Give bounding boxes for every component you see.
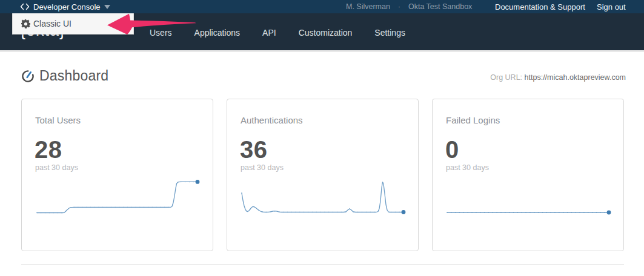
nav-menu: Users Applications API Customization Set… [150,13,405,50]
nav-item-applications[interactable]: Applications [194,28,241,38]
dashboard-cards: Total Users 28 past 30 days Authenticati… [21,99,624,251]
authentications-sparkline [227,99,419,252]
org-name: Okta Test Sandbox [408,2,472,11]
page-heading: Dashboard [21,68,108,84]
failed-logins-sparkline [433,99,625,252]
nav-item-users[interactable]: Users [150,28,172,38]
documentation-support-link[interactable]: Documentation & Support [495,0,585,13]
nav-bottom-strip [0,50,644,52]
bottom-divider [21,264,624,265]
org-url-label: Org URL: [490,73,522,82]
nav-item-api[interactable]: API [262,28,276,38]
code-icon [20,3,30,10]
user-info: M. Silverman · Okta Test Sandbox [346,0,472,13]
user-name: M. Silverman [346,2,390,11]
card-failed-logins: Failed Logins 0 past 30 days [432,99,624,251]
org-url: Org URL: https://micah.oktapreview.com [490,73,626,82]
console-dropdown-menu: Classic UI [12,13,134,34]
separator-dot: · [398,2,400,11]
nav-item-settings[interactable]: Settings [374,28,405,38]
org-url-value: https://micah.oktapreview.com [525,73,626,82]
dashboard-gauge-icon [21,70,35,83]
gear-icon [21,19,30,28]
card-authentications: Authentications 36 past 30 days [227,99,419,251]
top-bar: Developer Console M. Silverman · Okta Te… [0,0,644,13]
console-switcher-label: Developer Console [33,2,101,12]
developer-console-menu[interactable]: Developer Console [20,0,110,13]
page-title: Dashboard [39,68,108,84]
chevron-down-icon [104,5,110,9]
card-total-users: Total Users 28 past 30 days [21,99,213,251]
sign-out-link[interactable]: Sign out [597,0,626,13]
classic-ui-menu-item[interactable]: Classic UI [33,19,71,28]
nav-item-customization[interactable]: Customization [299,28,353,38]
total-users-sparkline [22,99,214,252]
